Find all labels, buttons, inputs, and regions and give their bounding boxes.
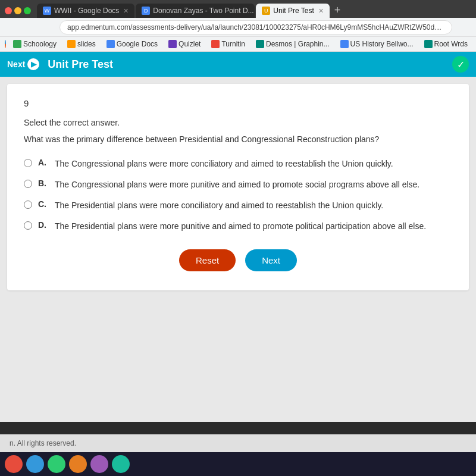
us-history-icon — [340, 40, 349, 48]
bookmark-us-history-label: US History Bellwo... — [350, 40, 414, 48]
taskbar-icon-3[interactable] — [48, 455, 65, 473]
tab-unit[interactable]: U Unit Pre Test ✕ — [256, 4, 329, 18]
maximize-button[interactable] — [24, 7, 31, 14]
bookmark-root-wrds[interactable]: Root Wrds — [421, 39, 471, 49]
question-card: 9 Select the correct answer. What was th… — [7, 84, 469, 290]
bookmark-turnitin-label: Turnitin — [221, 40, 245, 48]
tab-unit-label: Unit Pre Test — [273, 7, 314, 15]
close-button[interactable] — [5, 7, 12, 14]
answer-option-d[interactable]: D. The Presidential plans were more puni… — [24, 220, 452, 233]
next-button[interactable]: Next — [245, 249, 297, 271]
google-docs-icon — [107, 40, 115, 48]
bookmark-quizlet[interactable]: Quizlet — [165, 39, 204, 49]
next-arrow-icon: ▶ — [27, 58, 39, 70]
taskbar-icon-6[interactable] — [112, 455, 130, 473]
desmos-icon — [256, 40, 264, 48]
minimize-button[interactable] — [14, 7, 21, 14]
bookmark-desmos-label: Desmos | Graphin... — [266, 40, 330, 48]
turnitin-icon — [211, 40, 220, 48]
taskbar-icon-2[interactable] — [26, 455, 44, 473]
tab-donovan-label: Donovan Zayas - Two Point D... — [153, 7, 253, 15]
bookmark-slides-label: slides — [77, 40, 96, 48]
check-icon: ✓ — [452, 56, 469, 73]
tab-bar: W WWII - Google Docs ✕ D Donovan Zayas -… — [0, 0, 476, 18]
tabs-container: W WWII - Google Docs ✕ D Donovan Zayas -… — [37, 4, 471, 18]
slides-icon — [67, 40, 76, 48]
bookmark-schoology[interactable]: Schoology — [10, 39, 60, 49]
bookmark-google-docs-label: Google Docs — [117, 40, 158, 48]
answer-text-b: The Congressional plans were more puniti… — [55, 178, 419, 191]
question-instruction: Select the correct answer. — [24, 118, 452, 127]
tab-wwii-icon: W — [43, 7, 51, 15]
header-next-label: Next — [7, 60, 25, 69]
check-symbol: ✓ — [457, 59, 465, 70]
reset-button[interactable]: Reset — [179, 249, 236, 271]
taskbar-icon-4[interactable] — [69, 455, 87, 473]
browser-chrome: W WWII - Google Docs ✕ D Donovan Zayas -… — [0, 0, 476, 52]
bookmark-google-docs[interactable]: Google Docs — [103, 39, 161, 49]
radio-a[interactable] — [24, 159, 32, 167]
question-number: 9 — [24, 98, 452, 108]
tab-wwii-label: WWII - Google Docs — [54, 7, 119, 15]
tab-wwii-close[interactable]: ✕ — [123, 7, 129, 15]
button-row: Reset Next — [24, 249, 452, 276]
answer-text-c: The Presidential plans were more concili… — [55, 199, 383, 212]
tab-wwii[interactable]: W WWII - Google Docs ✕ — [37, 4, 134, 18]
main-content: 9 Select the correct answer. What was th… — [0, 77, 476, 422]
bookmark-schoology-label: Schoology — [23, 40, 57, 48]
answer-option-b[interactable]: B. The Congressional plans were more pun… — [24, 178, 452, 191]
answer-label-d: D. — [38, 220, 49, 230]
taskbar — [0, 452, 476, 476]
footer-text: n. All rights reserved. — [10, 439, 76, 447]
bookmark-us-history[interactable]: US History Bellwo... — [337, 39, 417, 49]
radio-d[interactable] — [24, 221, 32, 230]
answer-label-a: A. — [38, 158, 49, 167]
bookmark-desmos[interactable]: Desmos | Graphin... — [252, 39, 333, 49]
url-bar[interactable]: app.edmentum.com/assessments-delivery/ua… — [60, 20, 452, 35]
radio-b[interactable] — [24, 180, 32, 188]
answer-label-b: B. — [38, 178, 49, 188]
answer-label-c: C. — [38, 199, 49, 209]
root-wrds-icon — [424, 40, 433, 48]
taskbar-icon-5[interactable] — [90, 455, 108, 473]
bookmark-turnitin[interactable]: Turnitin — [208, 39, 249, 49]
tab-unit-icon: U — [262, 7, 270, 15]
page-title: Unit Pre Test — [48, 58, 113, 71]
answer-option-a[interactable]: A. The Congressional plans were more con… — [24, 158, 452, 170]
bookmark-slides[interactable]: slides — [64, 39, 99, 49]
header-next-button[interactable]: Next ▶ — [7, 58, 39, 70]
answer-text-a: The Congressional plans were more concil… — [55, 158, 393, 170]
radio-c[interactable] — [24, 201, 32, 209]
window-controls — [5, 7, 31, 14]
tab-donovan-icon: D — [142, 7, 150, 15]
taskbar-icon-1[interactable] — [5, 455, 23, 473]
schoology-icon — [13, 40, 21, 48]
question-text: What was the primary difference between … — [24, 133, 452, 146]
bookmark-root-wrds-label: Root Wrds — [434, 40, 468, 48]
footer: n. All rights reserved. — [0, 434, 476, 452]
app-header: Next ▶ Unit Pre Test ✓ — [0, 52, 476, 77]
address-bar: app.edmentum.com/assessments-delivery/ua… — [0, 18, 476, 37]
tab-donovan[interactable]: D Donovan Zayas - Two Point D... ✕ — [136, 4, 255, 18]
answer-option-c[interactable]: C. The Presidential plans were more conc… — [24, 199, 452, 212]
tab-unit-close[interactable]: ✕ — [318, 7, 324, 15]
quizlet-icon — [168, 40, 177, 48]
answer-text-d: The Presidential plans were more punitiv… — [55, 220, 426, 233]
bookmark-quizlet-label: Quizlet — [178, 40, 201, 48]
new-tab-button[interactable]: + — [331, 4, 345, 17]
google-icon — [5, 40, 6, 48]
bookmarks-bar: Schoology slides Google Docs Quizlet Tur… — [0, 37, 476, 52]
